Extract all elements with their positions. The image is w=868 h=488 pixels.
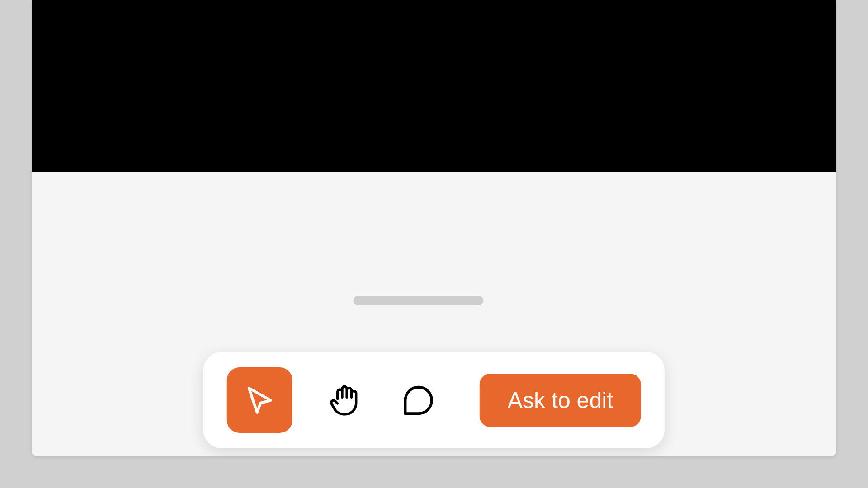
hand-icon [327,382,364,419]
cursor-tool-button[interactable] [227,367,292,433]
canvas-container: Ask to edit [32,0,836,456]
horizontal-scrollbar[interactable] [353,296,483,305]
comment-tool-button[interactable] [398,380,439,421]
chat-bubble-icon [401,383,436,418]
content-black-panel [32,0,836,172]
cursor-icon [243,384,276,417]
hand-tool-button[interactable] [325,380,366,421]
bottom-toolbar: Ask to edit [203,352,665,448]
ask-to-edit-button[interactable]: Ask to edit [480,374,641,427]
